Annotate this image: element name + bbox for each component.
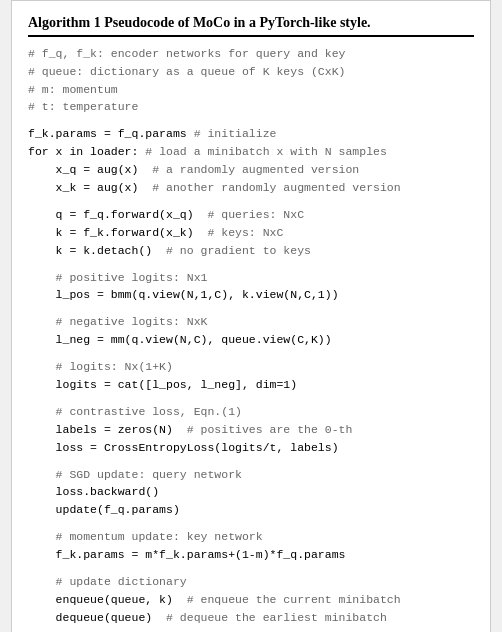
code-line (28, 564, 474, 573)
algorithm-card: Algorithm 1 Pseudocode of MoCo in a PyTo… (11, 0, 491, 632)
code-line (28, 259, 474, 268)
code-line: for x in loader: # load a minibatch x wi… (28, 143, 474, 161)
algo-title: Pseudocode of MoCo in a PyTorch-like sty… (104, 15, 370, 30)
algorithm-header: Algorithm 1 Pseudocode of MoCo in a PyTo… (28, 15, 474, 37)
code-line (28, 519, 474, 528)
code-line: l_neg = mm(q.view(N,C), queue.view(C,K)) (28, 331, 474, 349)
code-line: k = k.detach() # no gradient to keys (28, 242, 474, 260)
code-line: # logits: Nx(1+K) (28, 358, 474, 376)
code-line: update(f_q.params) (28, 501, 474, 519)
code-line: loss = CrossEntropyLoss(logits/t, labels… (28, 439, 474, 457)
code-line: f_k.params = f_q.params # initialize (28, 125, 474, 143)
code-line: labels = zeros(N) # positives are the 0-… (28, 421, 474, 439)
code-line: l_pos = bmm(q.view(N,1,C), k.view(N,C,1)… (28, 286, 474, 304)
code-line (28, 116, 474, 125)
algo-number: Algorithm 1 (28, 15, 101, 30)
code-line: x_q = aug(x) # a randomly augmented vers… (28, 161, 474, 179)
code-block: # f_q, f_k: encoder networks for query a… (28, 45, 474, 626)
code-line (28, 349, 474, 358)
code-line: # queue: dictionary as a queue of K keys… (28, 63, 474, 81)
code-line: q = f_q.forward(x_q) # queries: NxC (28, 206, 474, 224)
code-line: k = f_k.forward(x_k) # keys: NxC (28, 224, 474, 242)
code-line: dequeue(queue) # dequeue the earliest mi… (28, 609, 474, 627)
code-line: x_k = aug(x) # another randomly augmente… (28, 179, 474, 197)
code-line: # update dictionary (28, 573, 474, 591)
code-line (28, 304, 474, 313)
code-line: # positive logits: Nx1 (28, 269, 474, 287)
code-line: f_k.params = m*f_k.params+(1-m)*f_q.para… (28, 546, 474, 564)
code-line: enqueue(queue, k) # enqueue the current … (28, 591, 474, 609)
code-line: # negative logits: NxK (28, 313, 474, 331)
code-line: loss.backward() (28, 483, 474, 501)
code-line (28, 394, 474, 403)
code-line: # f_q, f_k: encoder networks for query a… (28, 45, 474, 63)
code-line: # contrastive loss, Eqn.(1) (28, 403, 474, 421)
code-line: logits = cat([l_pos, l_neg], dim=1) (28, 376, 474, 394)
code-line: # SGD update: query network (28, 466, 474, 484)
code-line (28, 456, 474, 465)
code-line: # momentum update: key network (28, 528, 474, 546)
code-line: # m: momentum (28, 81, 474, 99)
code-line: # t: temperature (28, 98, 474, 116)
code-line (28, 197, 474, 206)
